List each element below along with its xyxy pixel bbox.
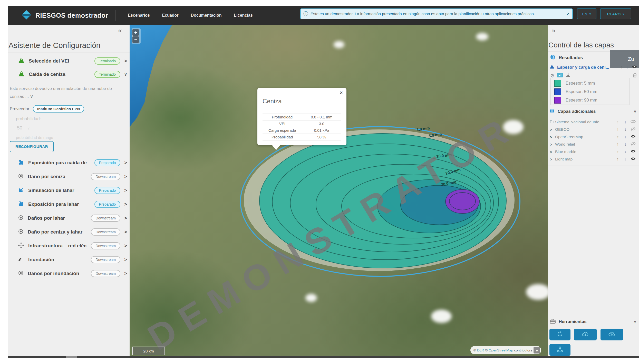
eye-icon[interactable]: [629, 157, 637, 161]
service-danos-lahar[interactable]: Daños por lahar Downstream >: [18, 213, 127, 223]
chevron-down-icon[interactable]: ∨: [634, 109, 636, 114]
step-seleccion-vei[interactable]: Selección del VEI Terminado >: [18, 56, 127, 66]
move-up-icon[interactable]: ↑: [614, 157, 622, 161]
layer-row-sistema-nacional[interactable]: Sistema Nacional de Info... ↑ ↓: [550, 119, 637, 125]
layer-row-gebco[interactable]: > GEBCO ↑ ↓: [550, 126, 637, 133]
chevron-right-icon[interactable]: >: [120, 174, 127, 179]
nav-item-licencias[interactable]: Licencias: [234, 13, 253, 18]
move-up-icon[interactable]: ↑: [614, 142, 622, 147]
layer-row-world-relief[interactable]: > World relief ↑ ↓: [550, 141, 637, 148]
expand-layer-icon[interactable]: >: [550, 127, 555, 132]
cloud: [334, 41, 344, 48]
layers-title: Control de las capas: [548, 41, 614, 49]
expand-layer-icon[interactable]: >: [550, 135, 555, 139]
map-canvas[interactable]: 1.0 mm 5.0 mm 10.0 mm 20.0 mm 30.0 mm DE…: [130, 25, 548, 356]
service-exposicion-caida[interactable]: Exposición para caída de Preparado >: [18, 158, 127, 168]
nav-item-documentacion[interactable]: Documentación: [191, 13, 222, 18]
layer-row-light-map[interactable]: > Light map ↑ ↓: [550, 156, 637, 163]
table-row: VEI 3.0: [263, 120, 341, 127]
service-dano-ceniza-lahar[interactable]: Daño por ceniza y lahar Downstream >: [18, 227, 127, 237]
expand-description-icon[interactable]: ∨: [30, 94, 33, 99]
move-down-icon[interactable]: ↓: [622, 157, 629, 161]
layer-row-blue-marble[interactable]: > Blue marble ↑ ↓: [550, 148, 637, 155]
collapse-left-panel-icon[interactable]: «: [118, 27, 122, 35]
chevron-right-icon[interactable]: >: [120, 188, 127, 193]
move-up-icon[interactable]: ↑: [614, 149, 622, 154]
theme-select[interactable]: CLARO ∨: [600, 8, 631, 19]
service-label: Inundación: [28, 257, 54, 262]
service-description: Este servicio devuelve una simulación de…: [10, 85, 125, 100]
lahar-icon: [18, 187, 24, 194]
brand[interactable]: RIESGOS demostrador: [21, 9, 108, 21]
service-simulacion-lahar[interactable]: Simulación de lahar Preparado >: [18, 185, 127, 196]
openstreetmap-link[interactable]: OpenStreetMap: [489, 348, 513, 352]
reconfigure-button[interactable]: RECONFIGURAR: [10, 141, 54, 152]
attribution-expand-icon[interactable]: »: [534, 347, 540, 353]
eye-off-icon[interactable]: [629, 120, 637, 124]
chevron-right-icon[interactable]: >: [120, 58, 127, 64]
chevron-down-icon[interactable]: ∨: [634, 319, 636, 324]
eye-off-icon[interactable]: [629, 127, 637, 132]
service-inundacion[interactable]: Inundación Downstream >: [18, 255, 127, 265]
chevron-right-icon[interactable]: >: [120, 243, 127, 249]
layer-name: OpenStreetMap: [555, 135, 614, 139]
move-up-icon[interactable]: ↑: [614, 127, 622, 132]
row-value: 3.0: [302, 122, 342, 126]
chevron-right-icon[interactable]: >: [120, 271, 127, 276]
bottom-scrollbar[interactable]: [8, 356, 639, 358]
expand-layer-icon[interactable]: >: [550, 142, 555, 147]
service-infraestructura[interactable]: Infraestructura – red eléc Downstream >: [18, 241, 127, 251]
cloud-upload-button[interactable]: [601, 329, 623, 340]
service-dano-ceniza[interactable]: Daño por ceniza Downstream >: [18, 171, 127, 182]
banner-chevron-icon[interactable]: >: [567, 11, 569, 16]
share-button[interactable]: [549, 344, 570, 356]
chevron-right-icon[interactable]: >: [120, 216, 127, 221]
nav-item-ecuador[interactable]: Ecuador: [162, 13, 179, 18]
cloud-download-button[interactable]: [574, 329, 597, 340]
eye-icon[interactable]: [629, 149, 637, 154]
row-value: 50 %: [302, 135, 342, 139]
info-icon: ⓘ: [303, 11, 308, 17]
chevron-right-icon[interactable]: >: [120, 202, 127, 207]
tools-group[interactable]: Herramientas ∨: [550, 318, 636, 326]
zoom-in-button[interactable]: +: [132, 29, 139, 36]
status-badge: Terminado: [94, 57, 120, 65]
additional-layers-group[interactable]: Capas adicionales ∨: [549, 108, 636, 115]
results-group[interactable]: Resultados: [550, 54, 583, 62]
move-down-icon[interactable]: ↓: [622, 120, 629, 124]
language-select[interactable]: ES ∨: [577, 8, 596, 19]
chevron-right-icon[interactable]: >: [120, 257, 127, 262]
chevron-right-icon[interactable]: >: [120, 229, 127, 235]
service-danos-inundacion[interactable]: Daños por inundación Downstream >: [18, 268, 127, 279]
expand-layer-icon[interactable]: >: [550, 150, 555, 154]
provider-value-pill[interactable]: Instituto Geofísico EPN: [33, 105, 84, 113]
move-down-icon[interactable]: ↓: [622, 142, 629, 147]
move-up-icon[interactable]: ↑: [614, 135, 622, 139]
dlr-link[interactable]: DLR: [477, 348, 484, 352]
step-label: Selección del VEI: [29, 58, 69, 64]
zoom-out-button[interactable]: −: [132, 36, 139, 43]
eye-off-icon[interactable]: [629, 142, 637, 147]
demo-warning-banner[interactable]: ⓘ Este es un demostrador. La información…: [300, 8, 573, 19]
trash-icon[interactable]: [633, 73, 637, 79]
move-down-icon[interactable]: ↓: [622, 135, 629, 139]
move-up-icon[interactable]: ↑: [614, 120, 622, 124]
chevron-down-icon[interactable]: ∨: [120, 72, 127, 77]
service-exposicion-lahar[interactable]: Exposición para lahar Preparado >: [18, 199, 127, 209]
theme-label: CLARO: [607, 12, 621, 16]
step-caida-de-ceniza[interactable]: Caída de ceniza Terminado ∨: [18, 69, 127, 79]
move-down-icon[interactable]: ↓: [622, 127, 629, 132]
eye-icon[interactable]: [632, 65, 637, 69]
scrollbar-thumb[interactable]: [66, 356, 77, 358]
expand-layer-icon[interactable]: >: [550, 157, 555, 161]
nav-item-escenarios[interactable]: Escenarios: [128, 13, 150, 18]
close-icon[interactable]: ×: [340, 89, 343, 96]
eye-icon[interactable]: [629, 135, 637, 139]
refresh-button[interactable]: [549, 329, 570, 340]
service-label: Simulación de lahar: [28, 188, 74, 193]
expand-right-panel-icon[interactable]: »: [552, 27, 555, 35]
probability-select[interactable]: 50 ∨: [17, 125, 30, 131]
layer-row-openstreetmap[interactable]: > OpenStreetMap ↑ ↓: [550, 134, 637, 140]
move-down-icon[interactable]: ↓: [622, 149, 629, 154]
chevron-right-icon[interactable]: >: [120, 160, 127, 166]
